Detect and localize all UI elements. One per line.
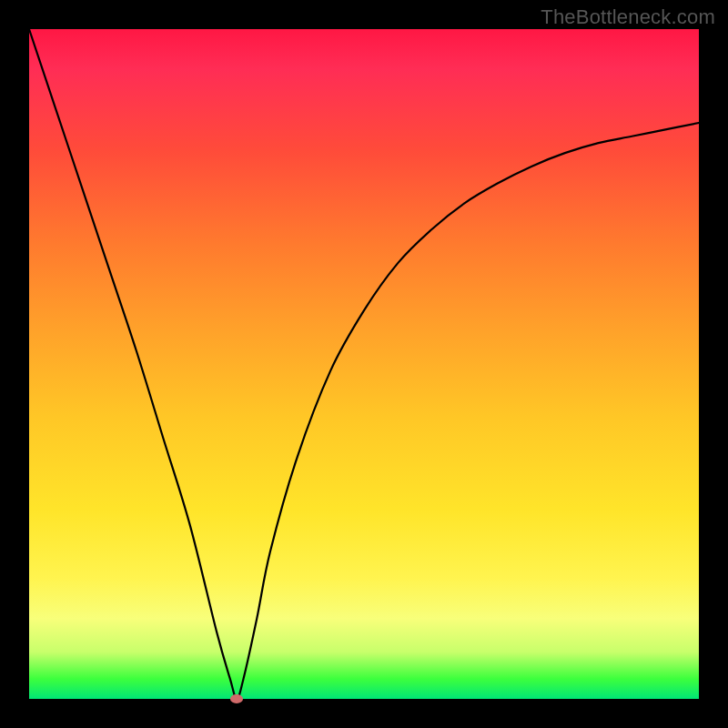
bottleneck-curve (29, 29, 699, 699)
watermark-text: TheBottleneck.com (541, 5, 715, 29)
chart-frame: TheBottleneck.com (0, 0, 728, 728)
minimum-point-marker (230, 694, 243, 703)
plot-area (29, 29, 699, 699)
